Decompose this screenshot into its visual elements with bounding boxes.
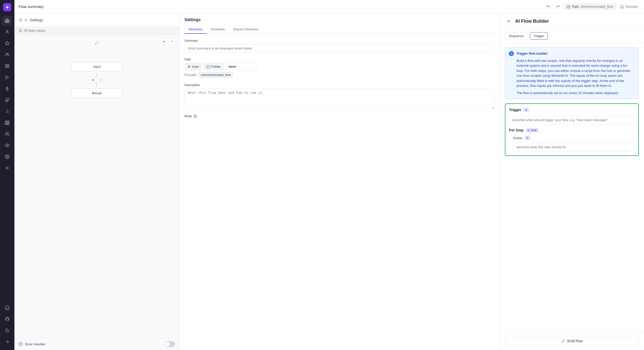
folder-segment-label: Folder (211, 65, 221, 69)
trigger-input[interactable] (509, 115, 635, 125)
wand-icon (561, 339, 565, 343)
ai-panel-content: i Trigger flow builder Build a flow with… (500, 43, 644, 332)
svg-rect-16 (5, 122, 9, 123)
for-loop-header: For loop b_loop (509, 128, 635, 132)
sidebar-bottom (2, 303, 12, 347)
build-flow-button[interactable]: Build flow (505, 336, 639, 346)
build-flow-label: Build flow (567, 339, 583, 343)
sidebar-item-puzzle[interactable] (2, 95, 12, 105)
full-path-row: Full path u/henri/unrivaled_flow (184, 72, 494, 78)
svg-point-33 (189, 65, 190, 67)
sidebar-item-team[interactable] (2, 49, 12, 60)
info-box-text: Trigger flow builder Build a flow with t… (516, 51, 635, 95)
svg-rect-6 (5, 66, 7, 68)
mute-row: Mute (184, 114, 494, 118)
main-area: Flow summary Path u/henri/unrivaled_flow… (14, 0, 644, 350)
result-node[interactable]: Result (71, 88, 123, 98)
sliders-icon (19, 18, 23, 22)
topbar: Flow summary Path u/henri/unrivaled_flow… (14, 0, 644, 13)
ai-tab-trigger[interactable]: Trigger (530, 32, 548, 40)
sidebar-item-home[interactable] (2, 15, 12, 26)
action-input[interactable] (513, 142, 635, 152)
folder-segment[interactable]: Folder (204, 63, 224, 70)
dollar-small-icon (19, 29, 22, 32)
connector-actions: ⊕ ⚡ (90, 77, 104, 83)
svg-rect-4 (5, 64, 7, 65)
action-header: Action b (513, 136, 635, 140)
sidebar-item-user[interactable] (2, 27, 12, 37)
for-loop-section: For loop b_loop Action b (509, 128, 635, 152)
trigger-label: Trigger (509, 108, 521, 112)
summary-input[interactable] (184, 44, 494, 53)
lightning-connector-btn[interactable]: ⚡ (98, 77, 104, 83)
user-segment[interactable]: User (184, 63, 202, 70)
content-area: ≡ Settings All Static Inputs + − Input (14, 13, 644, 350)
topbar-actions: Path u/henri/unrivaled_flow Tutorials (544, 3, 640, 11)
result-node-label: Result (92, 91, 101, 95)
svg-point-3 (7, 53, 9, 55)
sidebar-item-arrow-right[interactable] (2, 337, 12, 347)
zoom-out-button[interactable]: − (169, 38, 176, 45)
action-badge: b (524, 136, 530, 140)
description-label: Description (184, 83, 494, 87)
sidebar-item-dashboard[interactable] (2, 61, 12, 71)
for-loop-label: For loop (509, 128, 523, 132)
action-section: Action b (509, 136, 635, 152)
sidebar-item-server[interactable] (2, 118, 12, 128)
move-connector-btn[interactable]: ⊕ (90, 77, 96, 83)
sidebar-item-eye[interactable] (2, 140, 12, 151)
sidebar-item-bug[interactable] (2, 163, 12, 173)
tab-shared-directory[interactable]: Shared Directory (229, 25, 262, 34)
sidebar-item-play[interactable] (2, 72, 12, 82)
connector-line-bottom (97, 83, 97, 87)
ai-panel-close-button[interactable] (505, 18, 512, 25)
ai-panel-tabs: Sequence Trigger (500, 29, 644, 43)
zoom-in-button[interactable]: + (160, 38, 168, 45)
sidebar-item-moon[interactable] (2, 325, 12, 336)
path-user-input[interactable] (226, 63, 257, 70)
static-inputs-label: All Static Inputs (24, 29, 45, 32)
tutorials-label: Tutorials (625, 5, 638, 9)
svg-marker-1 (5, 41, 9, 45)
page-title: Flow summary (19, 4, 541, 9)
redo-button[interactable] (554, 3, 562, 11)
sidebar-item-github[interactable] (2, 314, 12, 324)
svg-rect-5 (8, 64, 9, 65)
ai-panel: AI Flow Builder Sequence Trigger i Trigg… (500, 13, 644, 350)
sidebar (0, 0, 14, 350)
sidebar-item-chart[interactable] (2, 106, 12, 116)
ai-tab-sequence[interactable]: Sequence (505, 32, 528, 40)
static-inputs-bar[interactable]: All Static Inputs (14, 27, 179, 35)
error-handler-bar: Error Handler (14, 338, 179, 350)
svg-point-2 (6, 53, 7, 55)
description-field: Description (184, 83, 494, 109)
tutorials-button[interactable]: Tutorials (618, 4, 640, 10)
tab-metadata[interactable]: Metadata (184, 25, 207, 34)
pencil-icon (567, 5, 570, 9)
trigger-header-row: Trigger a (509, 107, 635, 112)
description-textarea[interactable] (184, 88, 494, 109)
input-node[interactable]: Input (71, 62, 123, 71)
sidebar-item-gear[interactable] (2, 152, 12, 162)
settings-panel-header: Settings (179, 13, 499, 22)
svg-marker-8 (6, 76, 9, 79)
sidebar-item-star[interactable] (2, 38, 12, 48)
error-handler-toggle[interactable] (165, 341, 175, 347)
svg-rect-7 (8, 66, 9, 68)
path-label-field: Path (184, 58, 494, 61)
path-pill[interactable]: Path u/henri/unrivaled_flow (564, 3, 616, 10)
tab-schedule[interactable]: Schedule (207, 25, 229, 34)
settings-header: ≡ Settings (14, 13, 179, 27)
summary-field: Summary (184, 39, 494, 53)
undo-button[interactable] (544, 3, 552, 11)
sidebar-item-users2[interactable] (2, 129, 12, 139)
folder-icon (207, 65, 210, 69)
full-path-value: u/henri/unrivaled_flow (198, 72, 233, 78)
sidebar-item-book[interactable] (2, 303, 12, 313)
ai-panel-title: AI Flow Builder (515, 19, 549, 24)
settings-content: Summary Path User Folder (179, 34, 499, 123)
info-box: i Trigger flow builder Build a flow with… (505, 47, 639, 99)
sidebar-item-dollar[interactable] (2, 84, 12, 94)
flow-canvas: + − Input ⊕ ⚡ (14, 35, 179, 338)
app-logo[interactable] (3, 3, 11, 11)
